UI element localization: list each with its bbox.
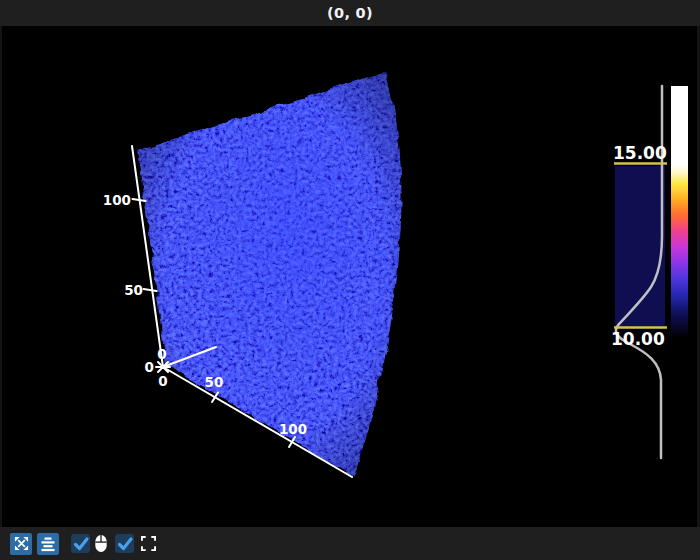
x-tick-label-100: 100	[279, 421, 307, 437]
expand-arrows-icon	[14, 536, 29, 551]
render-canvas[interactable]: 100 50 0 0 50 100 0 15.00 10.00	[0, 26, 700, 527]
vmax-label: 15.00	[613, 143, 667, 163]
bottom-toolbar	[0, 527, 700, 560]
vmin-label: 10.00	[611, 329, 665, 349]
histogram-lut-widget[interactable]: 15.00 10.00	[611, 86, 688, 458]
x-tick-label-0: 0	[158, 373, 167, 389]
checkmark-icon	[116, 535, 134, 553]
colorbar[interactable]	[671, 86, 688, 336]
x-tick-label-50: 50	[205, 374, 224, 390]
y-tick-label-100: 100	[103, 192, 131, 208]
subplot-title: (0, 0)	[327, 5, 373, 21]
fullscreen-button[interactable]	[138, 533, 158, 555]
scene-svg[interactable]: 100 50 0 0 50 100 0 15.00 10.00	[2, 26, 697, 527]
panzoom-button[interactable]	[10, 533, 32, 555]
mouse-button[interactable]	[91, 533, 111, 555]
toggle-checkbox-1[interactable]	[71, 534, 90, 553]
y-tick-label-0: 0	[145, 359, 154, 375]
align-center-icon	[40, 536, 56, 552]
y-tick-50	[144, 289, 157, 291]
z-tick-label-0: 0	[157, 346, 166, 362]
toggle-checkbox-2[interactable]	[115, 534, 134, 553]
volume-render[interactable]	[120, 56, 420, 492]
y-tick-100	[133, 199, 146, 201]
x-tick-50	[212, 393, 218, 403]
fullscreen-icon	[141, 536, 156, 551]
app-window: (0, 0)	[0, 0, 700, 560]
center-scene-button[interactable]	[37, 533, 59, 555]
plot-title-bar: (0, 0)	[0, 0, 700, 26]
checkmark-icon	[72, 535, 90, 553]
y-tick-label-50: 50	[124, 282, 143, 298]
mouse-icon	[94, 534, 108, 553]
